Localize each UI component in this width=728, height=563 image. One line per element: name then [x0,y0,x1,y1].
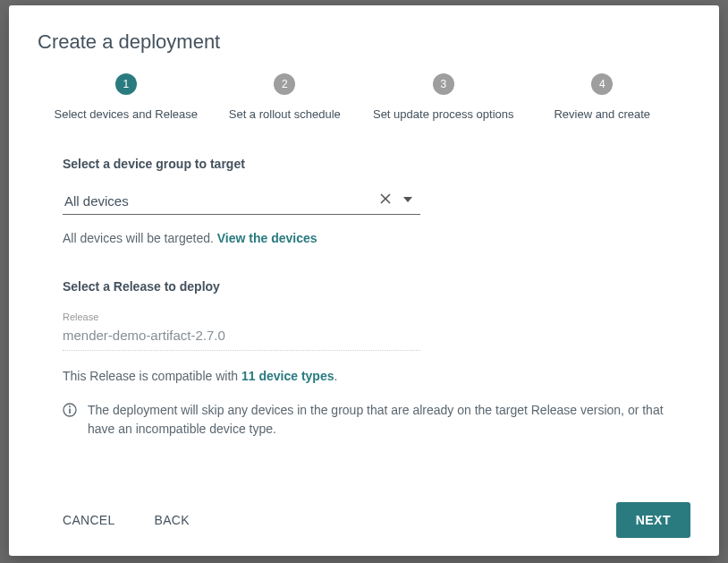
step-label: Review and create [554,107,650,121]
clear-icon[interactable] [374,192,397,209]
step-review-create[interactable]: 4 Review and create [523,73,682,121]
info-icon [63,403,77,439]
svg-marker-2 [403,197,412,202]
create-deployment-modal: Create a deployment 1 Select devices and… [9,5,719,556]
svg-rect-4 [69,409,71,414]
step-rollout-schedule[interactable]: 2 Set a rollout schedule [206,73,365,121]
step-select-devices[interactable]: 1 Select devices and Release [47,73,206,121]
group-helper: All devices will be targeted. View the d… [63,231,690,245]
device-group-select[interactable]: All devices [63,189,420,215]
release-field-label: Release [63,311,420,322]
view-devices-link[interactable]: View the devices [217,231,317,245]
step-update-options[interactable]: 3 Set update process options [364,73,523,121]
release-field: Release mender-demo-artifact-2.7.0 [63,311,420,351]
device-types-link[interactable]: 11 device types [241,369,334,383]
cancel-button[interactable]: CANCEL [63,513,115,527]
device-group-value: All devices [64,193,374,209]
release-heading: Select a Release to deploy [63,279,690,294]
modal-title: Create a deployment [38,30,690,54]
compat-prefix: This Release is compatible with [63,369,241,383]
compat-suffix: . [334,369,338,383]
info-row: The deployment will skip any devices in … [63,401,690,439]
step-circle: 2 [274,73,295,95]
step-circle: 3 [433,73,454,95]
content: Select a device group to target All devi… [38,149,690,484]
release-compat: This Release is compatible with 11 devic… [63,369,690,383]
footer: CANCEL BACK NEXT [38,484,690,538]
step-circle: 4 [591,73,613,95]
step-label: Select devices and Release [55,107,198,121]
step-label: Set update process options [373,107,514,121]
next-button[interactable]: NEXT [616,502,690,538]
info-text: The deployment will skip any devices in … [88,401,673,439]
release-value: mender-demo-artifact-2.7.0 [63,328,420,343]
svg-point-5 [69,405,71,407]
group-heading: Select a device group to target [63,157,690,171]
step-circle: 1 [115,73,137,95]
back-button[interactable]: BACK [155,513,190,527]
group-helper-text: All devices will be targeted. [63,231,217,245]
chevron-down-icon[interactable] [397,192,419,209]
step-label: Set a rollout schedule [229,107,341,121]
stepper: 1 Select devices and Release 2 Set a rol… [47,73,681,121]
